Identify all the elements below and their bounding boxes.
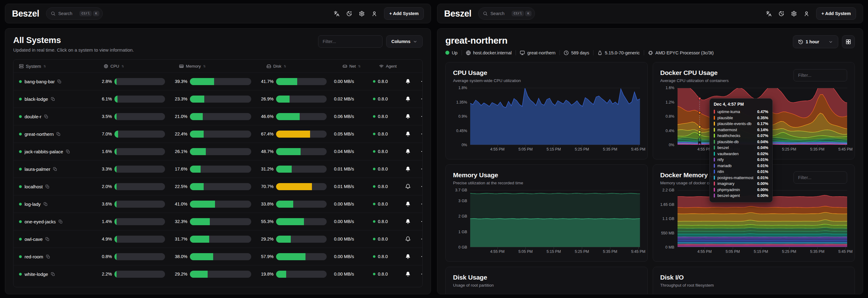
- layout-grid-button[interactable]: [842, 35, 855, 48]
- net-value: 0.05 MB/s: [332, 132, 367, 136]
- copy-icon[interactable]: [45, 237, 50, 241]
- ellipsis-icon[interactable]: [421, 201, 423, 207]
- chart-filter-input[interactable]: [794, 171, 847, 184]
- col-header-system[interactable]: System↑↓: [19, 63, 93, 69]
- table-row[interactable]: white-lodge 2.2% 29.2% 19.8% 0.00 MB/s 0…: [13, 265, 422, 282]
- bell-icon[interactable]: [405, 184, 411, 189]
- columns-button[interactable]: Columns: [386, 35, 423, 48]
- ellipsis-icon[interactable]: [421, 219, 423, 224]
- usage-meter: [115, 236, 165, 243]
- user-icon[interactable]: [371, 11, 377, 17]
- gear-icon[interactable]: [359, 11, 365, 17]
- col-header-agent[interactable]: Agent: [370, 64, 399, 69]
- ellipsis-icon[interactable]: [421, 184, 423, 189]
- agent-version: 0.8.0: [378, 79, 388, 84]
- copy-icon[interactable]: [44, 115, 48, 118]
- x-axis-tickmark: [497, 247, 498, 249]
- memory-value: 29.2%: [170, 272, 187, 276]
- usage-meter: [276, 166, 327, 173]
- gear-icon[interactable]: [791, 11, 797, 17]
- moon-icon[interactable]: [346, 11, 352, 17]
- copy-icon[interactable]: [66, 150, 70, 154]
- beszel-logo[interactable]: Beszel: [444, 8, 471, 19]
- ellipsis-icon[interactable]: [421, 271, 423, 277]
- copy-icon[interactable]: [59, 220, 63, 224]
- moon-icon[interactable]: [778, 11, 784, 17]
- ellipsis-icon[interactable]: [421, 114, 423, 119]
- languages-icon[interactable]: [334, 11, 340, 17]
- table-row[interactable]: double-r 3.5% 21.0% 46.6% 0.06 MB/s 0.8.…: [13, 108, 422, 125]
- usage-meter: [190, 218, 251, 225]
- ellipsis-icon[interactable]: [421, 236, 423, 242]
- time-range-select[interactable]: 1 hour: [793, 35, 838, 48]
- bell-icon[interactable]: [405, 166, 411, 172]
- table-row[interactable]: great-northern 7.0% 22.4% 67.4% 0.05 MB/…: [13, 125, 422, 142]
- ellipsis-icon[interactable]: [421, 254, 423, 259]
- y-axis-tick: 0 MB: [665, 245, 674, 249]
- copy-icon[interactable]: [56, 132, 60, 136]
- chart-plot-memory[interactable]: [470, 190, 640, 247]
- bell-icon[interactable]: [405, 114, 411, 119]
- ellipsis-icon[interactable]: [421, 166, 423, 172]
- search-input[interactable]: Search CtrlK: [478, 7, 535, 20]
- col-header-disk[interactable]: Disk↑↓: [257, 64, 330, 69]
- add-system-button[interactable]: + Add System: [816, 7, 856, 20]
- bell-icon[interactable]: [405, 236, 411, 242]
- beszel-logo[interactable]: Beszel: [12, 8, 39, 19]
- ellipsis-icon[interactable]: [421, 96, 423, 102]
- net-value: 0.01 MB/s: [332, 166, 367, 171]
- disk-value: 41.7%: [257, 79, 274, 84]
- chart-plot-cpu[interactable]: [470, 88, 640, 145]
- container-name: uptime-kuma: [717, 109, 740, 114]
- series-color-marker: [714, 145, 715, 150]
- bell-icon[interactable]: [405, 79, 411, 84]
- system-name: double-r: [25, 114, 41, 119]
- bell-icon[interactable]: [405, 254, 411, 259]
- copy-icon[interactable]: [51, 272, 55, 276]
- col-header-cpu[interactable]: CPU↑↓: [95, 64, 168, 69]
- bell-icon[interactable]: [405, 131, 411, 137]
- table-row[interactable]: owl-cave 4.9% 31.7% 29.2% 0.00 MB/s 0.8.…: [13, 230, 422, 248]
- table-row[interactable]: jack-rabbits-palace 1.6% 26.1% 48.7% 0.0…: [13, 142, 422, 160]
- x-axis-tickmark: [554, 145, 554, 146]
- x-axis-tick: 5:25 PM: [575, 249, 589, 254]
- ellipsis-icon[interactable]: [421, 131, 423, 137]
- table-row[interactable]: bang-bang-bar 2.8% 39.3% 41.7% 0.00 MB/s…: [13, 73, 422, 90]
- table-filter-input[interactable]: [318, 35, 382, 48]
- table-row[interactable]: log-lady 3.6% 41.0% 33.8% 0.00 MB/s 0.8.…: [13, 195, 422, 213]
- add-system-button[interactable]: + Add System: [384, 7, 424, 20]
- table-row[interactable]: laura-palmer 3.3% 17.6% 31.2% 0.01 MB/s …: [13, 160, 422, 178]
- ellipsis-icon[interactable]: [421, 79, 423, 84]
- y-axis-tick: 2.2 GB: [662, 188, 675, 192]
- copy-icon[interactable]: [51, 97, 55, 101]
- bell-icon[interactable]: [405, 201, 411, 207]
- copy-icon[interactable]: [45, 185, 50, 189]
- bell-icon[interactable]: [405, 271, 411, 277]
- status-item: great-northern: [520, 50, 555, 55]
- chart-filter-input[interactable]: [794, 69, 847, 81]
- x-axis-tickmark: [554, 247, 554, 249]
- table-row[interactable]: black-lodge 6.1% 23.3% 26.9% 0.02 MB/s 0…: [13, 90, 422, 108]
- copy-icon[interactable]: [46, 255, 50, 259]
- copy-icon[interactable]: [53, 167, 57, 171]
- col-header-memory[interactable]: Memory↑↓: [170, 64, 254, 69]
- header-bar: Beszel Search CtrlK + Add System: [5, 4, 431, 23]
- memory-value: 38.0%: [170, 254, 187, 259]
- ellipsis-icon[interactable]: [421, 149, 423, 154]
- bell-icon[interactable]: [405, 149, 411, 154]
- bell-icon[interactable]: [405, 96, 411, 102]
- languages-icon[interactable]: [766, 11, 772, 17]
- series-color-marker: [714, 121, 715, 126]
- table-row[interactable]: localhost 2.0% 22.5% 70.7% 0.01 MB/s 0.8…: [13, 178, 422, 195]
- user-icon[interactable]: [804, 11, 809, 17]
- col-header-net[interactable]: Net↑↓: [332, 64, 367, 69]
- table-row[interactable]: red-room 0.8% 38.0% 57.9% 0.00 MB/s 0.8.…: [13, 248, 422, 265]
- table-row[interactable]: one-eyed-jacks 1.4% 32.3% 55.3% 0.00 MB/…: [13, 213, 422, 230]
- container-value: 0.07%: [757, 133, 768, 138]
- copy-icon[interactable]: [43, 202, 48, 206]
- bell-icon[interactable]: [405, 219, 411, 224]
- y-axis-tick: 2 GB: [459, 214, 467, 218]
- copy-icon[interactable]: [57, 80, 61, 84]
- search-input[interactable]: Search CtrlK: [46, 7, 103, 20]
- tooltip-entry: beszel 0.04%: [714, 145, 768, 151]
